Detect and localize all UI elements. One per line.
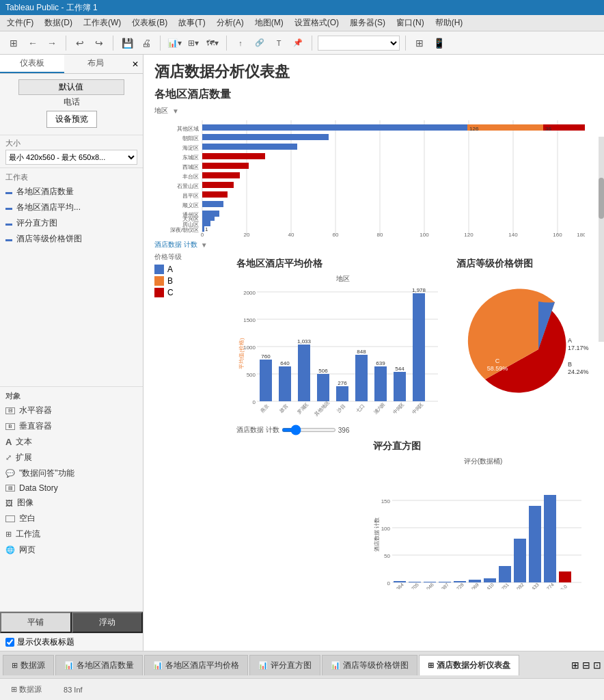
svg-text:浦六班: 浦六班: [372, 401, 386, 415]
tab-minus-btn[interactable]: ⊟: [582, 660, 590, 671]
size-section: 大小 最小 420x560 - 最大 650x8...: [0, 135, 143, 167]
obj-data-story[interactable]: ▤ Data Story: [0, 481, 143, 495]
obj-horizontal[interactable]: ⊟ 水平容器: [0, 403, 143, 418]
webpage-icon: 🌐: [5, 546, 15, 554]
svg-text:中间区: 中间区: [392, 401, 405, 415]
filter-icon[interactable]: ▼: [172, 107, 179, 115]
pie-chart-section: 酒店等级价格饼图 C: [456, 252, 593, 435]
tab-grid-btn[interactable]: ⊡: [593, 660, 601, 671]
tab-histogram[interactable]: 📊 评分直方图: [249, 655, 320, 675]
default-btn[interactable]: 默认值: [18, 79, 124, 95]
menu-map[interactable]: 地图(M): [251, 16, 288, 30]
obj-vertical[interactable]: B 垂直容器: [0, 418, 143, 434]
toolbar-forward-btn[interactable]: →: [44, 35, 60, 51]
ws-item-3[interactable]: ▬ 评分直方图: [0, 215, 143, 231]
obj-text[interactable]: A 文本: [0, 434, 143, 450]
toolbar-device-btn[interactable]: 📱: [430, 35, 447, 51]
ws-item-2[interactable]: ▬ 各地区酒店平均...: [0, 200, 143, 215]
toolbar-save-btn[interactable]: 💾: [119, 35, 135, 51]
obj-extension[interactable]: ⤢ 扩展: [0, 450, 143, 466]
chart-icon-3: ▬: [5, 219, 12, 227]
svg-text:东城区: 东城区: [182, 154, 199, 161]
svg-text:中间区: 中间区: [411, 401, 424, 415]
tab-add-btn[interactable]: ⊞: [571, 660, 579, 671]
menu-help[interactable]: 帮助(H): [431, 16, 467, 30]
preview-btn[interactable]: 设备预览: [46, 111, 97, 128]
tab-dashboard[interactable]: 仪表板: [0, 55, 64, 73]
menu-data[interactable]: 数据(D): [40, 16, 77, 30]
count-slider[interactable]: [282, 428, 336, 432]
ws-item-4[interactable]: ▬ 酒店等级价格饼图: [0, 231, 143, 247]
layout-toggle: 平铺 浮动: [0, 611, 143, 633]
svg-text:40: 40: [288, 232, 294, 237]
tab-datasource[interactable]: ⊞ 数据源: [3, 655, 54, 675]
obj-blank[interactable]: 空白: [0, 511, 143, 526]
histogram-tab-icon: 📊: [258, 661, 268, 670]
svg-text:2.728: 2.728: [453, 582, 465, 589]
worksheet-section: 工作表 ▬ 各地区酒店数量 ▬ 各地区酒店平均... ▬ 评分直方图 ▬ 酒店等…: [0, 167, 143, 250]
svg-rect-126: [559, 571, 571, 582]
svg-text:4.774: 4.774: [543, 582, 555, 589]
toolbar-table-btn[interactable]: ⊞▾: [185, 35, 202, 51]
svg-rect-80: [374, 366, 387, 401]
toolbar-share-btn[interactable]: ↑: [232, 35, 249, 51]
menu-format[interactable]: 设置格式(O): [290, 16, 343, 30]
svg-text:七口: 七口: [355, 403, 366, 414]
tab-avg-price[interactable]: 📊 各地区酒店平均价格: [144, 655, 248, 675]
svg-rect-86: [413, 293, 425, 401]
tab-dashboard-main[interactable]: ⊞ 酒店数据分析仪表盘: [419, 655, 519, 675]
toolbar-map-btn[interactable]: 🗺▾: [204, 35, 221, 51]
svg-text:石景山区: 石景山区: [177, 183, 199, 189]
show-title-row: 显示仪表板标题: [0, 633, 143, 651]
legend-item-b: B: [154, 276, 236, 286]
toolbar-undo-btn[interactable]: ↩: [72, 35, 88, 51]
toolbar-chart-btn[interactable]: 📊▾: [166, 35, 182, 51]
legend-title: 价格等级: [154, 252, 236, 262]
menu-file[interactable]: 文件(F): [3, 16, 38, 30]
svg-rect-62: [260, 360, 272, 401]
tab-hotel-count[interactable]: 📊 各地区酒店数量: [55, 655, 143, 675]
toolbar-text-btn[interactable]: T: [271, 35, 287, 51]
obj-webpage[interactable]: 🌐 网页: [0, 542, 143, 558]
bar-chart-filter-label: 地区 ▼: [154, 106, 593, 116]
svg-text:140: 140: [508, 232, 518, 237]
phone-btn[interactable]: 电话: [64, 96, 80, 108]
toolbar-pin-btn[interactable]: 📌: [290, 35, 306, 51]
menu-analysis[interactable]: 分析(A): [212, 16, 248, 30]
svg-text:其他地区: 其他地区: [314, 400, 331, 417]
svg-rect-44: [202, 191, 228, 198]
svg-text:500: 500: [247, 372, 256, 378]
status-datasource[interactable]: ⊞ 数据源: [5, 682, 47, 697]
toolbar-back-btn[interactable]: ←: [25, 35, 41, 51]
toolbar-redo-btn[interactable]: ↪: [91, 35, 107, 51]
toolbar-dropdown[interactable]: [318, 36, 400, 51]
toolbar-home-btn[interactable]: ⊞: [5, 35, 22, 51]
toggle-flat-btn[interactable]: 平铺: [0, 612, 72, 633]
svg-text:3.410: 3.410: [483, 582, 495, 589]
toolbar-link-btn[interactable]: 🔗: [251, 35, 268, 51]
tab-layout[interactable]: 布局: [64, 55, 128, 73]
svg-text:20: 20: [244, 232, 250, 237]
toolbar-present-btn[interactable]: ⊞: [411, 35, 428, 51]
section2-title: 酒店等级价格饼图: [456, 258, 593, 270]
axis-filter-icon[interactable]: ▼: [201, 241, 208, 249]
obj-ask-data[interactable]: 💬 "数据问答"功能: [0, 466, 143, 481]
toolbar-print-btn[interactable]: 🖨: [138, 35, 154, 51]
size-dropdown[interactable]: 最小 420x560 - 最大 650x8...: [5, 150, 137, 165]
show-title-checkbox[interactable]: [5, 638, 14, 647]
menu-server[interactable]: 服务器(S): [346, 16, 389, 30]
ws-item-1[interactable]: ▬ 各地区酒店数量: [0, 184, 143, 200]
svg-text:848: 848: [357, 349, 366, 355]
menu-worksheet[interactable]: 工作表(W): [79, 16, 125, 30]
svg-text:3.069: 3.069: [468, 582, 480, 589]
obj-workflow[interactable]: ⊞ 工作流: [0, 526, 143, 542]
menu-window[interactable]: 窗口(N): [392, 16, 428, 30]
menu-story[interactable]: 故事(T): [174, 16, 209, 30]
obj-image[interactable]: 🖼 图像: [0, 495, 143, 511]
svg-text:58.59%: 58.59%: [487, 365, 508, 372]
svg-text:1: 1: [205, 226, 208, 232]
toggle-float-btn[interactable]: 浮动: [72, 612, 143, 633]
menu-dashboard[interactable]: 仪表板(B): [128, 16, 171, 30]
panel-close-btn[interactable]: ✕: [128, 55, 143, 73]
tab-pie[interactable]: 📊 酒店等级价格饼图: [322, 655, 417, 675]
